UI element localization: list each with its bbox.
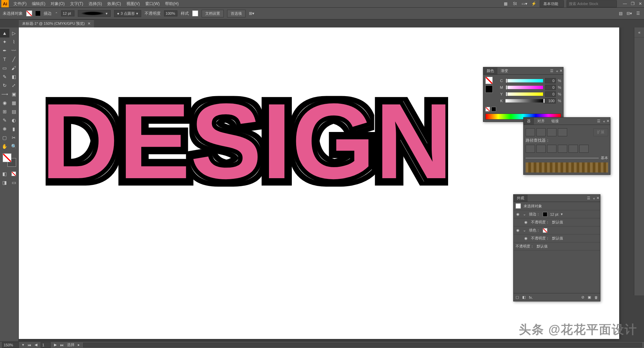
pathfinder-tab[interactable]: 器 bbox=[524, 118, 534, 125]
blend-tool[interactable]: ◐ bbox=[9, 116, 19, 125]
menu-window[interactable]: 窗口(W) bbox=[143, 1, 162, 7]
zoom-input[interactable]: 150% bbox=[2, 342, 19, 348]
y-slider[interactable] bbox=[505, 92, 543, 96]
fill-swatch[interactable] bbox=[543, 228, 547, 233]
type-tool[interactable]: T bbox=[0, 55, 9, 64]
visibility-toggle[interactable]: ◉ bbox=[524, 236, 528, 240]
selection-tool[interactable]: ▲ bbox=[0, 29, 9, 38]
expand-icon[interactable]: ⌄ bbox=[523, 228, 526, 232]
maximize-icon[interactable]: ❐ bbox=[631, 1, 635, 6]
duplicate-icon[interactable]: ▣ bbox=[588, 295, 591, 299]
black-swatch[interactable] bbox=[491, 107, 496, 112]
menu-edit[interactable]: 编辑(E) bbox=[29, 1, 48, 7]
color-stroke-swatch[interactable] bbox=[485, 85, 493, 93]
eraser-tool[interactable]: ◧ bbox=[9, 72, 19, 81]
panel-menu-icon[interactable]: ☰ bbox=[585, 196, 592, 200]
panel-close-icon[interactable]: ✕ bbox=[559, 69, 563, 73]
eyedropper-tool[interactable]: ✎ bbox=[0, 116, 9, 125]
symbol-sprayer-tool[interactable]: ❋ bbox=[0, 125, 9, 133]
brush-strip[interactable] bbox=[526, 162, 608, 172]
merge-button[interactable] bbox=[547, 145, 556, 153]
menu-object[interactable]: 对象(O) bbox=[48, 1, 67, 7]
stroke-swatch[interactable] bbox=[36, 11, 40, 16]
menu-type[interactable]: 文字(T) bbox=[67, 1, 86, 7]
variable-width-profile[interactable]: ● 3 点圆形 ▾ bbox=[114, 10, 141, 17]
fill-swatch[interactable] bbox=[26, 10, 32, 16]
color-fill-swatch[interactable] bbox=[485, 77, 493, 84]
opacity-input[interactable]: 100% bbox=[164, 10, 177, 16]
brush-definition[interactable]: ▾ bbox=[78, 10, 111, 17]
fill-stroke-swatches[interactable] bbox=[3, 153, 16, 167]
dock-expand-icon[interactable]: « bbox=[634, 27, 644, 38]
c-value[interactable]: 0 bbox=[545, 78, 556, 83]
document-setup-button[interactable]: 文档设置 bbox=[202, 10, 224, 17]
paintbrush-tool[interactable]: 🖌 bbox=[9, 64, 19, 72]
close-icon[interactable]: ✕ bbox=[639, 1, 642, 6]
workspace-select[interactable]: 基本功能 bbox=[540, 0, 564, 7]
menu-help[interactable]: 帮助(H) bbox=[162, 1, 181, 7]
outline-button[interactable] bbox=[569, 145, 578, 153]
m-slider[interactable] bbox=[505, 86, 543, 89]
lasso-tool[interactable]: ⌇ bbox=[9, 38, 19, 46]
delete-icon[interactable]: 🗑 bbox=[594, 295, 598, 299]
menu-effect[interactable]: 效果(C) bbox=[105, 1, 124, 7]
unite-button[interactable] bbox=[526, 128, 535, 136]
visibility-toggle[interactable]: ◉ bbox=[516, 212, 520, 216]
zoom-tool[interactable]: 🔍 bbox=[9, 142, 19, 151]
menu-select[interactable]: 选择(S) bbox=[86, 1, 105, 7]
gpu-icon[interactable]: ⚡ bbox=[530, 1, 537, 7]
panel-icon-2[interactable]: ☰ bbox=[635, 10, 641, 16]
h-scrollbar[interactable] bbox=[83, 343, 642, 347]
artboard-input[interactable]: 1 bbox=[41, 342, 51, 348]
y-value[interactable]: 0 bbox=[545, 91, 556, 97]
color-tab[interactable]: 颜色 bbox=[483, 67, 497, 74]
align-tab[interactable]: 对齐 bbox=[534, 118, 548, 125]
pen-tool[interactable]: ✒ bbox=[0, 46, 9, 55]
panel-collapse-icon[interactable]: « bbox=[555, 69, 559, 73]
panel-collapse-icon[interactable]: « bbox=[602, 119, 606, 123]
shape-builder-tool[interactable]: ◉ bbox=[0, 98, 9, 107]
preferences-button[interactable]: 首选项 bbox=[227, 10, 246, 17]
rotate-tool[interactable]: ↻ bbox=[0, 81, 9, 90]
magic-wand-tool[interactable]: ✦ bbox=[0, 38, 9, 46]
minimize-icon[interactable]: — bbox=[623, 1, 627, 6]
nav-last-icon[interactable]: ⏭ bbox=[60, 343, 64, 347]
free-transform-tool[interactable]: ▣ bbox=[9, 90, 19, 98]
scale-tool[interactable]: ⤢ bbox=[9, 81, 19, 90]
visibility-toggle[interactable]: ◉ bbox=[516, 228, 520, 232]
opacity-label[interactable]: 不透明度： bbox=[531, 236, 549, 241]
c-slider[interactable] bbox=[505, 79, 543, 82]
mesh-tool[interactable]: ⊞ bbox=[0, 107, 9, 116]
arrange-icon[interactable]: ▭▾ bbox=[521, 1, 528, 7]
menu-file[interactable]: 文件(F) bbox=[11, 1, 29, 7]
clear-icon[interactable]: ⊘ bbox=[581, 295, 584, 299]
expand-icon[interactable]: ⌄ bbox=[523, 212, 526, 216]
search-stock-input[interactable]: 搜索 Adobe Stock bbox=[567, 0, 617, 7]
stock-icon[interactable]: St bbox=[512, 1, 518, 7]
document-tab[interactable]: 未标题-1* @ 150% (CMYK/GPU 预览) ✕ bbox=[19, 19, 94, 27]
bridge-icon[interactable]: ▦ bbox=[502, 1, 509, 7]
width-tool[interactable]: ⟶ bbox=[0, 90, 9, 98]
artboard-tool[interactable]: ▢ bbox=[0, 133, 9, 142]
status-dropdown-icon[interactable]: ▸ bbox=[78, 343, 80, 347]
minus-front-button[interactable] bbox=[536, 128, 546, 136]
nav-next-icon[interactable]: ▶ bbox=[54, 343, 57, 347]
panel-menu-icon[interactable]: ☰ bbox=[548, 69, 555, 73]
column-graph-tool[interactable]: ▮ bbox=[9, 125, 19, 133]
new-fill-icon[interactable]: ▢ bbox=[516, 295, 519, 299]
gradient-tool[interactable]: ▤ bbox=[9, 107, 19, 116]
menu-view[interactable]: 视图(V) bbox=[124, 1, 143, 7]
trim-button[interactable] bbox=[536, 145, 546, 153]
stroke-weight-input[interactable]: 12 pt bbox=[61, 10, 74, 16]
draw-mode-icon[interactable]: ◨ bbox=[0, 178, 9, 187]
visibility-toggle[interactable]: ◉ bbox=[524, 220, 528, 224]
perspective-tool[interactable]: ▦ bbox=[9, 98, 19, 107]
exclude-button[interactable] bbox=[558, 128, 567, 136]
panel-menu-icon[interactable]: ☰ bbox=[595, 119, 602, 123]
appearance-tab[interactable]: 外观 bbox=[514, 195, 528, 202]
k-slider[interactable] bbox=[505, 99, 543, 102]
panel-icon-1[interactable]: ▤ bbox=[617, 10, 624, 16]
stroke-dropdown-icon[interactable]: ▾ bbox=[561, 212, 563, 216]
color-mode-icon[interactable]: ◧ bbox=[0, 169, 9, 178]
zoom-dropdown-icon[interactable]: ▾ bbox=[22, 343, 24, 347]
